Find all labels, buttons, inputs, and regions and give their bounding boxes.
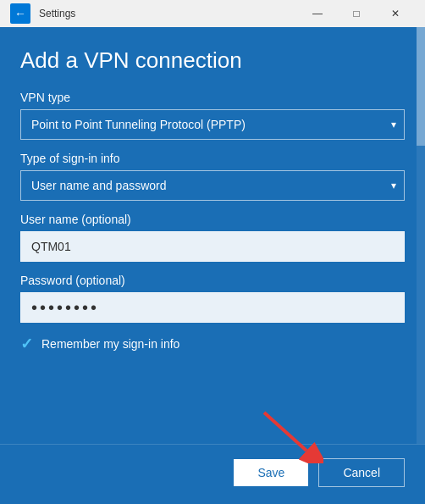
minimize-button[interactable]: — — [298, 0, 337, 27]
sign-in-type-select-wrapper: User name and passwordSmart cardOne-time… — [20, 170, 405, 201]
back-button[interactable]: ← — [10, 3, 30, 24]
vpn-type-select[interactable]: Point to Point Tunneling Protocol (PPTP)… — [20, 109, 405, 140]
back-icon: ← — [14, 7, 26, 20]
settings-window: ← Settings — □ ✕ Add a VPN connection VP… — [0, 0, 425, 504]
close-button[interactable]: ✕ — [376, 0, 415, 27]
username-label: User name (optional) — [20, 213, 405, 226]
checkmark-icon: ✓ — [20, 335, 33, 353]
content-area: Add a VPN connection VPN type Point to P… — [0, 27, 425, 444]
sign-in-type-group: Type of sign-in info User name and passw… — [20, 152, 405, 201]
username-input[interactable] — [20, 231, 405, 262]
remember-row: ✓ Remember my sign-in info — [20, 335, 405, 353]
password-label: Password (optional) — [20, 274, 405, 287]
sign-in-type-select[interactable]: User name and passwordSmart cardOne-time… — [20, 170, 405, 201]
maximize-button[interactable]: □ — [337, 0, 376, 27]
scrollbar-thumb[interactable] — [417, 27, 425, 146]
remember-label: Remember my sign-in info — [41, 337, 179, 351]
page-title: Add a VPN connection — [20, 47, 405, 74]
window-controls: — □ ✕ — [298, 0, 415, 27]
vpn-type-group: VPN type Point to Point Tunneling Protoc… — [20, 91, 405, 140]
vpn-type-label: VPN type — [20, 91, 405, 104]
scrollbar-track — [417, 27, 425, 504]
form-area: VPN type Point to Point Tunneling Protoc… — [20, 91, 405, 444]
password-group: Password (optional) — [20, 274, 405, 323]
title-bar: ← Settings — □ ✕ — [0, 0, 425, 27]
password-input[interactable] — [20, 292, 405, 323]
window-title: Settings — [39, 8, 298, 19]
sign-in-type-label: Type of sign-in info — [20, 152, 405, 165]
bottom-area: Save Cancel — [0, 444, 425, 504]
username-group: User name (optional) — [20, 213, 405, 262]
save-button[interactable]: Save — [234, 459, 308, 486]
cancel-button[interactable]: Cancel — [318, 458, 405, 487]
vpn-type-select-wrapper: Point to Point Tunneling Protocol (PPTP)… — [20, 109, 405, 140]
